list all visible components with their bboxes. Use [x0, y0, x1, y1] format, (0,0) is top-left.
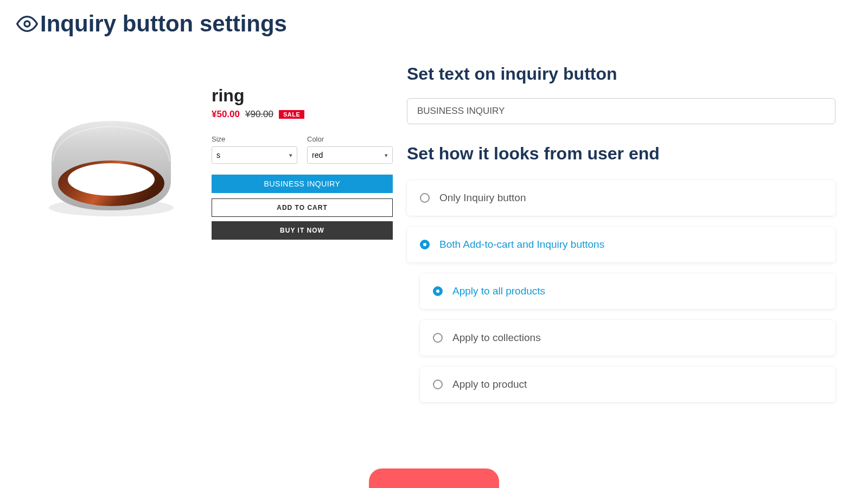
section-looks-title: Set how it looks from user end: [407, 144, 835, 164]
option-both-buttons[interactable]: Both Add-to-cart and Inquiry buttons: [407, 227, 835, 262]
inquiry-button-text-input[interactable]: [407, 98, 835, 124]
option-label: Apply to collections: [452, 332, 541, 344]
option-label: Both Add-to-cart and Inquiry buttons: [439, 239, 604, 251]
option-only-inquiry[interactable]: Only Inquiry button: [407, 180, 835, 216]
product-price: ¥50.00: [212, 109, 240, 120]
page-title: Inquiry button settings: [16, 11, 852, 37]
option-apply-all[interactable]: Apply to all products: [420, 273, 835, 309]
business-inquiry-button[interactable]: BUSINESS INQUIRY: [212, 175, 393, 193]
save-button[interactable]: [369, 468, 499, 488]
radio-icon: [433, 333, 443, 343]
product-preview: ring ¥50.00 ¥90.00 SALE Size s ▾: [16, 64, 407, 413]
sale-badge: SALE: [279, 110, 304, 119]
option-apply-product[interactable]: Apply to product: [420, 367, 835, 402]
color-label: Color: [307, 135, 393, 143]
eye-icon: [16, 13, 38, 35]
color-select[interactable]: red ▾: [307, 146, 393, 164]
option-apply-collections[interactable]: Apply to collections: [420, 320, 835, 356]
add-to-cart-button[interactable]: ADD TO CART: [212, 198, 393, 217]
svg-point-3: [68, 163, 155, 196]
buy-it-now-button[interactable]: BUY IT NOW: [212, 221, 393, 240]
option-label: Apply to product: [452, 378, 527, 390]
radio-icon: [433, 380, 443, 389]
chevron-down-icon: ▾: [385, 152, 388, 159]
radio-icon: [433, 286, 443, 296]
size-label: Size: [212, 135, 297, 143]
chevron-down-icon: ▾: [289, 152, 292, 159]
option-label: Only Inquiry button: [439, 192, 526, 204]
size-value: s: [216, 151, 220, 159]
product-name: ring: [212, 86, 393, 106]
radio-icon: [420, 193, 430, 203]
option-label: Apply to all products: [452, 285, 545, 297]
svg-point-0: [24, 21, 30, 27]
section-text-title: Set text on inquiry button: [407, 64, 835, 84]
radio-icon: [420, 240, 430, 249]
compare-price: ¥90.00: [245, 109, 273, 120]
color-value: red: [312, 151, 323, 159]
settings-panel: Set text on inquiry button Set how it lo…: [407, 64, 852, 413]
page-title-text: Inquiry button settings: [40, 11, 287, 37]
size-select[interactable]: s ▾: [212, 146, 297, 164]
product-image: [27, 80, 195, 248]
